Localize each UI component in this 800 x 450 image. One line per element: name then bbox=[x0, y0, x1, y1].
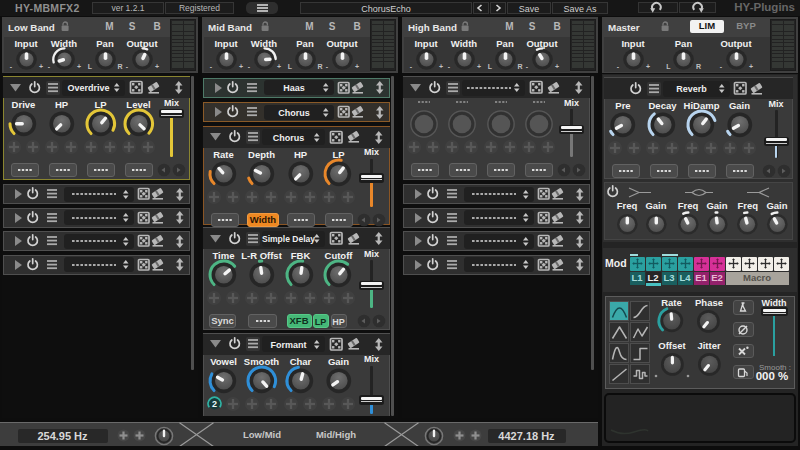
svg-text:2: 2 bbox=[211, 399, 216, 409]
